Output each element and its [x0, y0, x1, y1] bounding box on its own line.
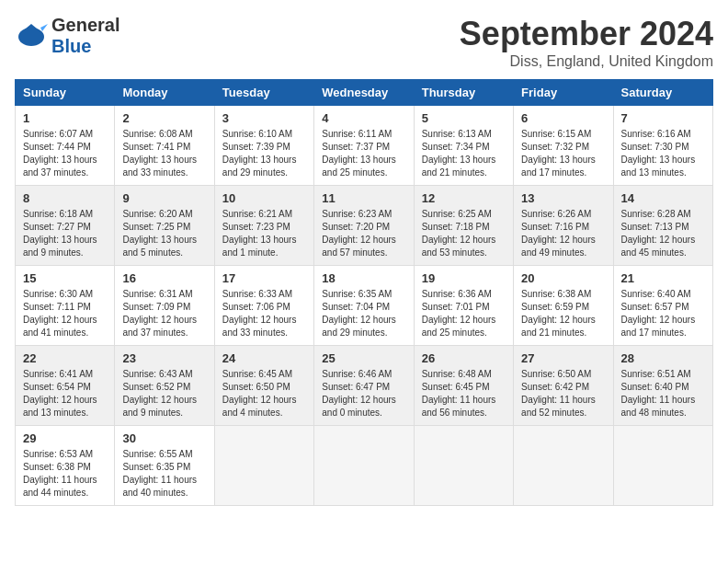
col-thursday: Thursday [414, 80, 513, 106]
table-cell: 22Sunrise: 6:41 AMSunset: 6:54 PMDayligh… [16, 346, 115, 426]
calendar-table: Sunday Monday Tuesday Wednesday Thursday… [15, 79, 713, 506]
location: Diss, England, United Kingdom [460, 53, 713, 70]
table-cell [214, 426, 313, 506]
table-cell: 18Sunrise: 6:35 AMSunset: 7:04 PMDayligh… [314, 266, 414, 346]
svg-marker-2 [40, 24, 48, 31]
table-cell: 12Sunrise: 6:25 AMSunset: 7:18 PMDayligh… [414, 186, 513, 266]
col-saturday: Saturday [613, 80, 712, 106]
col-sunday: Sunday [16, 80, 115, 106]
table-cell: 16Sunrise: 6:31 AMSunset: 7:09 PMDayligh… [115, 266, 214, 346]
table-cell: 30Sunrise: 6:55 AMSunset: 6:35 PMDayligh… [115, 426, 214, 506]
table-cell: 11Sunrise: 6:23 AMSunset: 7:20 PMDayligh… [314, 186, 414, 266]
col-friday: Friday [514, 80, 613, 106]
table-cell: 4Sunrise: 6:11 AMSunset: 7:37 PMDaylight… [314, 106, 414, 186]
table-cell: 5Sunrise: 6:13 AMSunset: 7:34 PMDaylight… [414, 106, 513, 186]
table-cell: 13Sunrise: 6:26 AMSunset: 7:16 PMDayligh… [514, 186, 613, 266]
month-title: September 2024 [460, 15, 713, 53]
table-cell: 8Sunrise: 6:18 AMSunset: 7:27 PMDaylight… [16, 186, 115, 266]
table-cell: 26Sunrise: 6:48 AMSunset: 6:45 PMDayligh… [414, 346, 513, 426]
logo-text: General Blue [51, 15, 119, 57]
table-cell [514, 426, 613, 506]
table-cell: 15Sunrise: 6:30 AMSunset: 7:11 PMDayligh… [16, 266, 115, 346]
table-cell: 24Sunrise: 6:45 AMSunset: 6:50 PMDayligh… [214, 346, 313, 426]
table-cell: 29Sunrise: 6:53 AMSunset: 6:38 PMDayligh… [16, 426, 115, 506]
svg-marker-1 [20, 24, 42, 33]
table-cell: 17Sunrise: 6:33 AMSunset: 7:06 PMDayligh… [214, 266, 313, 346]
table-cell: 7Sunrise: 6:16 AMSunset: 7:30 PMDaylight… [613, 106, 712, 186]
table-cell: 21Sunrise: 6:40 AMSunset: 6:57 PMDayligh… [613, 266, 712, 346]
table-cell: 23Sunrise: 6:43 AMSunset: 6:52 PMDayligh… [115, 346, 214, 426]
col-wednesday: Wednesday [314, 80, 414, 106]
table-cell: 9Sunrise: 6:20 AMSunset: 7:25 PMDaylight… [115, 186, 214, 266]
table-cell [314, 426, 414, 506]
table-cell: 6Sunrise: 6:15 AMSunset: 7:32 PMDaylight… [514, 106, 613, 186]
table-cell: 1Sunrise: 6:07 AMSunset: 7:44 PMDaylight… [16, 106, 115, 186]
table-cell [613, 426, 712, 506]
logo-bird-icon [15, 20, 48, 48]
col-monday: Monday [115, 80, 214, 106]
table-cell: 27Sunrise: 6:50 AMSunset: 6:42 PMDayligh… [514, 346, 613, 426]
table-cell: 20Sunrise: 6:38 AMSunset: 6:59 PMDayligh… [514, 266, 613, 346]
col-tuesday: Tuesday [214, 80, 313, 106]
table-cell: 28Sunrise: 6:51 AMSunset: 6:40 PMDayligh… [613, 346, 712, 426]
table-cell: 14Sunrise: 6:28 AMSunset: 7:13 PMDayligh… [613, 186, 712, 266]
table-cell: 3Sunrise: 6:10 AMSunset: 7:39 PMDaylight… [214, 106, 313, 186]
table-cell: 2Sunrise: 6:08 AMSunset: 7:41 PMDaylight… [115, 106, 214, 186]
table-cell: 10Sunrise: 6:21 AMSunset: 7:23 PMDayligh… [214, 186, 313, 266]
table-cell: 19Sunrise: 6:36 AMSunset: 7:01 PMDayligh… [414, 266, 513, 346]
table-cell: 25Sunrise: 6:46 AMSunset: 6:47 PMDayligh… [314, 346, 414, 426]
table-cell [414, 426, 513, 506]
